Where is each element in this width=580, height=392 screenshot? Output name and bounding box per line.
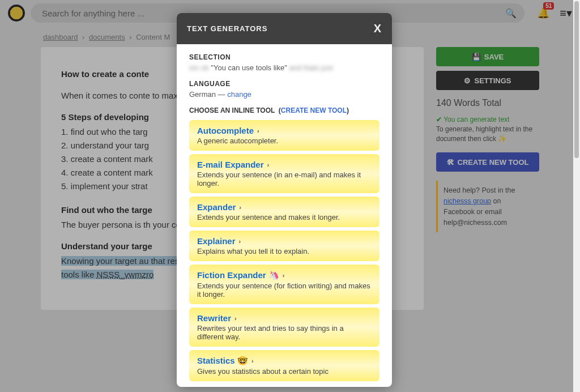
text-generators-modal: TEXT GENERATORS X SELECTION ion ok "You … <box>177 13 392 387</box>
change-language-link[interactable]: change <box>227 90 251 99</box>
scrollbar-thumb[interactable] <box>574 1 579 158</box>
tool-explainer[interactable]: Explainer› Explains what you tell it to … <box>189 231 379 261</box>
tool-autocomplete[interactable]: Autocomplete› A generic autocompleter. <box>189 120 379 151</box>
tools-list: Autocomplete› A generic autocompleter. E… <box>189 120 379 381</box>
chevron-right-icon: › <box>239 238 241 245</box>
create-new-tool-link[interactable]: CREATE NEW TOOL <box>281 106 347 114</box>
tool-statistics[interactable]: Statistics 🤓› Gives you statistics about… <box>189 350 379 381</box>
chevron-right-icon: › <box>234 315 237 322</box>
chevron-right-icon: › <box>283 272 285 279</box>
selection-text: ion ok "You can use tools like" and that… <box>189 63 379 72</box>
modal-title: TEXT GENERATORS <box>187 24 267 33</box>
chevron-right-icon: › <box>257 127 259 134</box>
modal-header: TEXT GENERATORS X <box>177 13 392 44</box>
chevron-right-icon: › <box>251 357 254 364</box>
tool-expander[interactable]: Expander› Extends your sentence and make… <box>189 197 379 227</box>
tool-rewriter[interactable]: Rewriter› Rewrites your text and tries t… <box>189 308 379 347</box>
modal-body: SELECTION ion ok "You can use tools like… <box>177 44 392 387</box>
language-label: LANGUAGE <box>189 80 379 88</box>
close-icon[interactable]: X <box>374 22 382 35</box>
language-value: German — change <box>189 90 379 99</box>
tool-fiction-expander[interactable]: Fiction Expander 🦄› Extends your sentenc… <box>189 265 379 304</box>
selection-label: SELECTION <box>189 53 379 61</box>
chevron-right-icon: › <box>267 161 270 168</box>
choose-tool-label: CHOOSE AN INLINE TOOL (CREATE NEW TOOL) <box>189 106 379 114</box>
page-scrollbar[interactable] <box>573 0 580 392</box>
tool-email-expander[interactable]: E-mail Expander› Extends your sentence (… <box>189 154 379 193</box>
chevron-right-icon: › <box>239 204 241 211</box>
